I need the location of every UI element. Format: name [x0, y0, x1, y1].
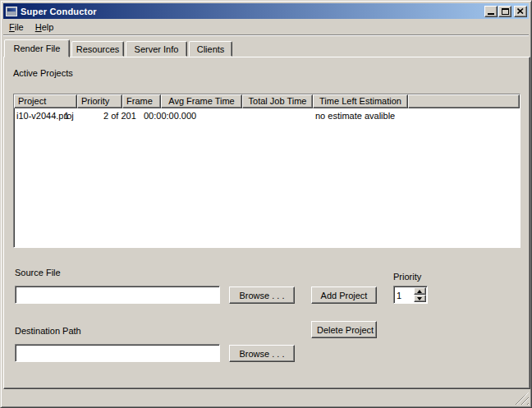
priority-value-input[interactable] — [396, 287, 414, 302]
destination-path-label: Destination Path — [15, 326, 81, 336]
render-file-panel: Active Projects Project Priority Frame A… — [3, 57, 530, 389]
destination-browse-button[interactable]: Browse . . . — [229, 345, 295, 362]
menu-separator — [3, 34, 529, 36]
window-title: Super Conductor — [21, 7, 484, 16]
minimize-button[interactable] — [484, 6, 498, 17]
tab-server-info[interactable]: Server Info — [126, 41, 187, 57]
column-header-priority[interactable]: Priority — [77, 94, 122, 108]
menu-help[interactable]: Help — [30, 21, 60, 34]
cell-frame: 2 of 201 — [103, 111, 136, 121]
column-header-total-job-time[interactable]: Total Job Time — [242, 94, 313, 108]
app-window: Super Conductor File Help Render File Re… — [0, 0, 532, 408]
minimize-icon — [488, 13, 494, 15]
add-project-button[interactable]: Add Project — [311, 287, 377, 304]
column-header-frame[interactable]: Frame — [122, 94, 161, 108]
table-row[interactable]: i10-v2044.proj 1 2 of 201 00:00:00.000 n… — [14, 108, 520, 121]
source-browse-button[interactable]: Browse . . . — [229, 287, 295, 304]
column-header-project[interactable]: Project — [14, 94, 77, 108]
resize-grip-icon[interactable] — [513, 392, 529, 405]
down-arrow-icon — [417, 297, 422, 300]
source-file-label: Source File — [15, 268, 61, 277]
column-header-avg-frame-time[interactable]: Avg Frame Time — [161, 94, 242, 108]
column-header-time-left-estimation[interactable]: Time Left Estimation — [313, 94, 408, 108]
cell-time-left-estimation: no estimate avalible — [315, 111, 395, 121]
destination-path-input[interactable] — [15, 344, 220, 362]
priority-up-button[interactable] — [414, 287, 426, 295]
column-header-filler — [408, 94, 520, 108]
priority-label: Priority — [393, 272, 421, 282]
priority-spinner[interactable] — [393, 286, 428, 304]
priority-down-button[interactable] — [414, 295, 426, 302]
close-button[interactable] — [514, 6, 527, 17]
tab-bar: Render File Resources Server Info Client… — [4, 39, 232, 57]
cell-avg-frame-time: 00:00:00.000 — [144, 111, 196, 121]
application-window-icon — [6, 7, 17, 16]
tab-clients[interactable]: Clients — [189, 41, 232, 57]
maximize-icon — [502, 8, 509, 15]
active-projects-table[interactable]: Project Priority Frame Avg Frame Time To… — [13, 94, 521, 248]
table-header-row: Project Priority Frame Avg Frame Time To… — [14, 94, 520, 108]
menu-bar: File Help — [3, 19, 529, 34]
close-icon — [517, 8, 524, 14]
active-projects-label: Active Projects — [13, 68, 73, 78]
delete-project-button[interactable]: Delete Project — [311, 321, 377, 338]
menu-file[interactable]: File — [3, 21, 30, 34]
tab-resources[interactable]: Resources — [71, 41, 124, 57]
maximize-button[interactable] — [498, 6, 511, 17]
title-bar: Super Conductor — [3, 3, 529, 19]
tab-render-file[interactable]: Render File — [4, 39, 70, 57]
up-arrow-icon — [417, 290, 422, 293]
source-file-input[interactable] — [15, 286, 220, 304]
cell-priority: 1 — [64, 111, 69, 121]
